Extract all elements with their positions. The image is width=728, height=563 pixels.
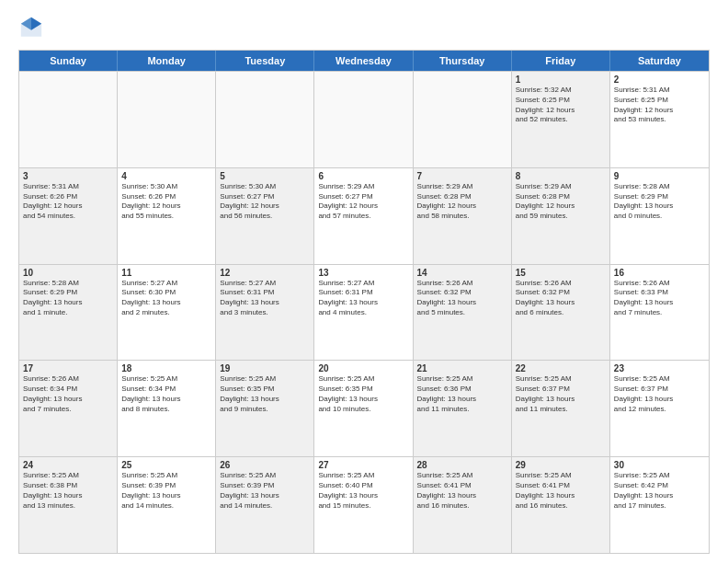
- day-content: Sunrise: 5:25 AMSunset: 6:34 PMDaylight:…: [121, 374, 211, 414]
- empty-cell-0-4: [414, 72, 512, 167]
- day-number: 27: [318, 460, 408, 470]
- day-content: Sunrise: 5:30 AMSunset: 6:27 PMDaylight:…: [220, 182, 310, 222]
- day-cell-23: 23Sunrise: 5:25 AMSunset: 6:37 PMDayligh…: [610, 361, 709, 456]
- day-cell-30: 30Sunrise: 5:25 AMSunset: 6:42 PMDayligh…: [610, 457, 709, 553]
- calendar-row-3: 10Sunrise: 5:28 AMSunset: 6:29 PMDayligh…: [19, 264, 709, 361]
- day-content: Sunrise: 5:26 AMSunset: 6:33 PMDaylight:…: [614, 279, 705, 318]
- day-content: Sunrise: 5:31 AMSunset: 6:25 PMDaylight:…: [614, 86, 705, 125]
- day-cell-14: 14Sunrise: 5:26 AMSunset: 6:32 PMDayligh…: [414, 265, 512, 361]
- day-cell-15: 15Sunrise: 5:26 AMSunset: 6:32 PMDayligh…: [512, 265, 610, 361]
- day-cell-11: 11Sunrise: 5:27 AMSunset: 6:30 PMDayligh…: [118, 265, 216, 361]
- header-day-monday: Monday: [118, 51, 216, 71]
- day-cell-27: 27Sunrise: 5:25 AMSunset: 6:40 PMDayligh…: [314, 457, 413, 553]
- day-content: Sunrise: 5:25 AMSunset: 6:42 PMDaylight:…: [614, 471, 705, 511]
- empty-cell-0-0: [19, 72, 118, 167]
- empty-cell-0-3: [314, 72, 413, 167]
- day-number: 22: [516, 363, 606, 373]
- header-day-wednesday: Wednesday: [314, 51, 413, 71]
- day-number: 7: [417, 171, 507, 181]
- day-cell-7: 7Sunrise: 5:29 AMSunset: 6:28 PMDaylight…: [414, 168, 512, 264]
- day-number: 6: [318, 171, 408, 181]
- day-number: 24: [23, 460, 113, 470]
- day-cell-22: 22Sunrise: 5:25 AMSunset: 6:37 PMDayligh…: [512, 361, 610, 456]
- day-content: Sunrise: 5:29 AMSunset: 6:28 PMDaylight:…: [417, 182, 507, 222]
- day-number: 13: [318, 268, 408, 278]
- day-cell-25: 25Sunrise: 5:25 AMSunset: 6:39 PMDayligh…: [118, 457, 216, 553]
- day-content: Sunrise: 5:27 AMSunset: 6:31 PMDaylight:…: [318, 279, 408, 318]
- day-cell-8: 8Sunrise: 5:29 AMSunset: 6:28 PMDaylight…: [512, 168, 610, 264]
- day-content: Sunrise: 5:25 AMSunset: 6:39 PMDaylight:…: [220, 471, 310, 511]
- day-number: 19: [220, 363, 310, 373]
- day-number: 16: [614, 268, 705, 278]
- empty-cell-0-2: [216, 72, 314, 167]
- day-content: Sunrise: 5:25 AMSunset: 6:41 PMDaylight:…: [516, 471, 606, 511]
- day-content: Sunrise: 5:27 AMSunset: 6:30 PMDaylight:…: [121, 279, 211, 318]
- day-cell-12: 12Sunrise: 5:27 AMSunset: 6:31 PMDayligh…: [216, 265, 314, 361]
- calendar-body: 1Sunrise: 5:32 AMSunset: 6:25 PMDaylight…: [19, 71, 709, 553]
- day-cell-9: 9Sunrise: 5:28 AMSunset: 6:29 PMDaylight…: [610, 168, 709, 264]
- day-number: 1: [516, 75, 606, 85]
- day-cell-17: 17Sunrise: 5:26 AMSunset: 6:34 PMDayligh…: [19, 361, 118, 456]
- day-content: Sunrise: 5:25 AMSunset: 6:35 PMDaylight:…: [220, 374, 310, 414]
- day-number: 30: [614, 460, 705, 470]
- day-number: 4: [121, 171, 211, 181]
- day-number: 8: [516, 171, 606, 181]
- day-content: Sunrise: 5:29 AMSunset: 6:27 PMDaylight:…: [318, 182, 408, 222]
- header-day-friday: Friday: [512, 51, 610, 71]
- header-day-thursday: Thursday: [414, 51, 512, 71]
- day-number: 11: [121, 268, 211, 278]
- day-content: Sunrise: 5:26 AMSunset: 6:32 PMDaylight:…: [516, 279, 606, 318]
- day-number: 14: [417, 268, 507, 278]
- logo: [18, 15, 48, 40]
- calendar-header: SundayMondayTuesdayWednesdayThursdayFrid…: [19, 51, 709, 71]
- logo-icon: [18, 15, 44, 40]
- day-content: Sunrise: 5:26 AMSunset: 6:32 PMDaylight:…: [417, 279, 507, 318]
- day-content: Sunrise: 5:27 AMSunset: 6:31 PMDaylight:…: [220, 279, 310, 318]
- day-cell-20: 20Sunrise: 5:25 AMSunset: 6:35 PMDayligh…: [314, 361, 413, 456]
- day-number: 12: [220, 268, 310, 278]
- day-number: 26: [220, 460, 310, 470]
- header: [18, 15, 710, 40]
- day-content: Sunrise: 5:25 AMSunset: 6:38 PMDaylight:…: [23, 471, 113, 511]
- calendar-row-2: 3Sunrise: 5:31 AMSunset: 6:26 PMDaylight…: [19, 167, 709, 264]
- day-content: Sunrise: 5:26 AMSunset: 6:34 PMDaylight:…: [23, 374, 113, 414]
- day-cell-6: 6Sunrise: 5:29 AMSunset: 6:27 PMDaylight…: [314, 168, 413, 264]
- day-content: Sunrise: 5:32 AMSunset: 6:25 PMDaylight:…: [516, 86, 606, 125]
- day-number: 5: [220, 171, 310, 181]
- day-content: Sunrise: 5:25 AMSunset: 6:37 PMDaylight:…: [614, 374, 705, 414]
- day-number: 20: [318, 363, 408, 373]
- day-cell-13: 13Sunrise: 5:27 AMSunset: 6:31 PMDayligh…: [314, 265, 413, 361]
- day-number: 3: [23, 171, 113, 181]
- day-cell-24: 24Sunrise: 5:25 AMSunset: 6:38 PMDayligh…: [19, 457, 118, 553]
- day-number: 17: [23, 363, 113, 373]
- day-cell-3: 3Sunrise: 5:31 AMSunset: 6:26 PMDaylight…: [19, 168, 118, 264]
- header-day-sunday: Sunday: [19, 51, 118, 71]
- day-cell-28: 28Sunrise: 5:25 AMSunset: 6:41 PMDayligh…: [414, 457, 512, 553]
- day-content: Sunrise: 5:25 AMSunset: 6:40 PMDaylight:…: [318, 471, 408, 511]
- empty-cell-0-1: [118, 72, 216, 167]
- day-number: 9: [614, 171, 705, 181]
- day-cell-19: 19Sunrise: 5:25 AMSunset: 6:35 PMDayligh…: [216, 361, 314, 456]
- day-cell-29: 29Sunrise: 5:25 AMSunset: 6:41 PMDayligh…: [512, 457, 610, 553]
- day-number: 21: [417, 363, 507, 373]
- day-content: Sunrise: 5:29 AMSunset: 6:28 PMDaylight:…: [516, 182, 606, 222]
- day-number: 28: [417, 460, 507, 470]
- day-content: Sunrise: 5:25 AMSunset: 6:36 PMDaylight:…: [417, 374, 507, 414]
- day-content: Sunrise: 5:30 AMSunset: 6:26 PMDaylight:…: [121, 182, 211, 222]
- page: SundayMondayTuesdayWednesdayThursdayFrid…: [0, 0, 728, 563]
- day-cell-16: 16Sunrise: 5:26 AMSunset: 6:33 PMDayligh…: [610, 265, 709, 361]
- day-number: 2: [614, 75, 705, 85]
- day-number: 15: [516, 268, 606, 278]
- day-number: 25: [121, 460, 211, 470]
- day-number: 29: [516, 460, 606, 470]
- day-content: Sunrise: 5:25 AMSunset: 6:41 PMDaylight:…: [417, 471, 507, 511]
- day-number: 18: [121, 363, 211, 373]
- day-cell-18: 18Sunrise: 5:25 AMSunset: 6:34 PMDayligh…: [118, 361, 216, 456]
- calendar-row-5: 24Sunrise: 5:25 AMSunset: 6:38 PMDayligh…: [19, 456, 709, 553]
- day-number: 10: [23, 268, 113, 278]
- day-number: 23: [614, 363, 705, 373]
- day-cell-26: 26Sunrise: 5:25 AMSunset: 6:39 PMDayligh…: [216, 457, 314, 553]
- day-cell-10: 10Sunrise: 5:28 AMSunset: 6:29 PMDayligh…: [19, 265, 118, 361]
- calendar: SundayMondayTuesdayWednesdayThursdayFrid…: [18, 50, 710, 554]
- day-content: Sunrise: 5:28 AMSunset: 6:29 PMDaylight:…: [614, 182, 705, 222]
